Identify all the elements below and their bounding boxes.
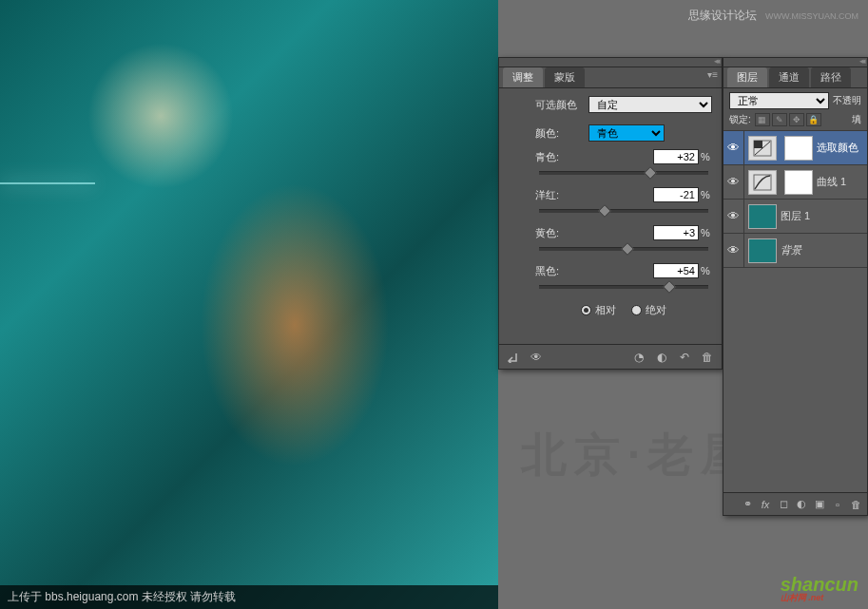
tab-channels[interactable]: 通道 <box>769 67 809 87</box>
delete-layer-icon[interactable]: 🗑 <box>848 497 863 512</box>
layer-group-icon[interactable]: ▣ <box>812 497 827 512</box>
slider-value-input[interactable] <box>653 149 699 164</box>
fill-label: 填 <box>852 113 861 126</box>
slider-handle[interactable] <box>644 166 657 180</box>
watermark-logo: shancun 山村网 .net <box>781 574 858 604</box>
panel-menu-icon[interactable]: ▾≡ <box>707 69 718 80</box>
visibility-eye-icon[interactable]: 👁 <box>723 200 744 233</box>
reset-icon[interactable]: ↶ <box>676 349 693 366</box>
layers-controls: 正常 不透明 锁定: ▦ ✎ ✥ 🔒 填 <box>723 88 867 131</box>
adjustments-panel: 调整 蒙版 ▾≡ Mb ✱ ✎ A| ¶ 可选颜色 自定 颜色: 青色 <box>498 57 723 370</box>
adjustment-thumb-icon <box>748 136 777 161</box>
layer-mask-thumb[interactable] <box>784 170 813 195</box>
radio-unchecked-icon <box>631 305 642 315</box>
slider-label: 青色: <box>535 150 573 164</box>
slider-row: 黑色: % <box>535 263 712 294</box>
adjustment-thumb-icon <box>748 170 777 195</box>
percent-label: % <box>699 227 712 238</box>
lock-all-icon[interactable]: 🔒 <box>806 113 821 126</box>
document-image[interactable] <box>0 0 498 609</box>
previous-state-icon[interactable]: ◐ <box>653 349 670 366</box>
slider-track[interactable] <box>539 166 708 180</box>
lock-label: 锁定: <box>729 113 751 126</box>
slider-label: 黄色: <box>535 226 573 240</box>
slider-value-input[interactable] <box>653 187 699 202</box>
delete-adjustment-icon[interactable]: 🗑 <box>699 349 716 366</box>
layers-panel: 图层 通道 路径 正常 不透明 锁定: ▦ ✎ ✥ 🔒 填 👁 选取颜色 👁 曲… <box>723 57 868 516</box>
radio-checked-icon <box>581 305 591 315</box>
adjustment-layer-icon[interactable]: ◐ <box>794 497 809 512</box>
colors-select[interactable]: 青色 <box>588 124 665 142</box>
new-layer-icon[interactable]: ▫ <box>830 497 845 512</box>
slider-track[interactable] <box>539 204 708 218</box>
return-to-list-icon[interactable] <box>505 349 522 366</box>
percent-label: % <box>699 189 712 200</box>
percent-label: % <box>699 265 712 276</box>
layer-item[interactable]: 👁 选取颜色 <box>723 131 867 165</box>
toggle-visibility-icon[interactable]: 👁 <box>528 349 545 366</box>
layer-item[interactable]: 👁 曲线 1 <box>723 165 867 200</box>
slider-row: 黄色: % <box>535 225 712 256</box>
slider-value-input[interactable] <box>653 225 699 240</box>
opacity-label: 不透明 <box>833 94 861 107</box>
visibility-eye-icon[interactable]: 👁 <box>723 234 744 267</box>
panel-drag-bar[interactable] <box>499 58 722 67</box>
tab-paths[interactable]: 路径 <box>811 67 851 87</box>
layer-list: 👁 选取颜色 👁 曲线 1 👁 图层 1 👁 背景 <box>723 131 867 492</box>
layer-thumb <box>748 238 777 263</box>
svg-rect-14 <box>754 175 771 190</box>
clip-to-layer-icon[interactable]: ◔ <box>630 349 647 366</box>
blend-mode-select[interactable]: 正常 <box>729 92 829 109</box>
slider-row: 青色: % <box>535 149 712 180</box>
preset-select[interactable]: 自定 <box>588 96 712 113</box>
selective-color-content: 可选颜色 自定 颜色: 青色 青色: % 洋红: % <box>526 88 722 344</box>
slider-track[interactable] <box>539 280 708 294</box>
adjustment-type-label: 可选颜色 <box>535 98 588 112</box>
tab-masks[interactable]: 蒙版 <box>545 67 585 87</box>
layer-name[interactable]: 选取颜色 <box>817 141 867 155</box>
method-radio-group: 相对 绝对 <box>535 303 712 317</box>
colors-label: 颜色: <box>535 126 588 141</box>
forum-credit: 思缘设计论坛 WWW.MISSYUAN.COM <box>688 8 858 24</box>
slider-handle[interactable] <box>663 280 676 294</box>
adjustments-footer: 👁 ◔ ◐ ↶ 🗑 <box>499 344 722 369</box>
visibility-eye-icon[interactable]: 👁 <box>723 131 744 164</box>
slider-handle[interactable] <box>620 242 633 256</box>
layer-mask-thumb[interactable] <box>784 136 813 161</box>
lock-position-icon[interactable]: ✥ <box>789 113 804 126</box>
visibility-eye-icon[interactable]: 👁 <box>723 165 744 199</box>
tab-layers[interactable]: 图层 <box>727 67 767 87</box>
slider-row: 洋红: % <box>535 187 712 218</box>
link-layers-icon[interactable]: ⚭ <box>740 497 755 512</box>
layer-name[interactable]: 图层 1 <box>781 209 867 223</box>
radio-absolute[interactable]: 绝对 <box>631 303 666 317</box>
slider-track[interactable] <box>539 242 708 256</box>
tab-adjustments[interactable]: 调整 <box>503 67 543 87</box>
slider-label: 洋红: <box>535 188 573 202</box>
layer-name[interactable]: 曲线 1 <box>817 175 867 189</box>
layer-name[interactable]: 背景 <box>781 243 867 257</box>
layers-drag-bar[interactable] <box>723 58 867 67</box>
slider-handle[interactable] <box>598 204 611 218</box>
layer-thumb <box>748 204 777 229</box>
radio-relative[interactable]: 相对 <box>581 303 616 317</box>
slider-label: 黑色: <box>535 264 573 278</box>
layer-item[interactable]: 👁 图层 1 <box>723 200 867 234</box>
layer-style-icon[interactable]: fx <box>758 497 773 512</box>
layers-footer: ⚭ fx ◻ ◐ ▣ ▫ 🗑 <box>723 492 867 515</box>
layer-item[interactable]: 👁 背景 <box>723 234 867 268</box>
upload-credit: 上传于 bbs.heiguang.com 未经授权 请勿转载 <box>0 585 498 609</box>
percent-label: % <box>699 151 712 162</box>
lock-transparency-icon[interactable]: ▦ <box>755 113 770 126</box>
watermark-text: 北京·老屋 <box>521 425 754 485</box>
adjustments-tabs: 调整 蒙版 ▾≡ <box>499 67 722 88</box>
slider-value-input[interactable] <box>653 263 699 278</box>
canvas-area: 上传于 bbs.heiguang.com 未经授权 请勿转载 <box>0 0 498 609</box>
svg-rect-13 <box>754 141 762 148</box>
lock-pixels-icon[interactable]: ✎ <box>772 113 787 126</box>
layers-tabs: 图层 通道 路径 <box>723 67 867 88</box>
layer-mask-icon[interactable]: ◻ <box>776 497 791 512</box>
